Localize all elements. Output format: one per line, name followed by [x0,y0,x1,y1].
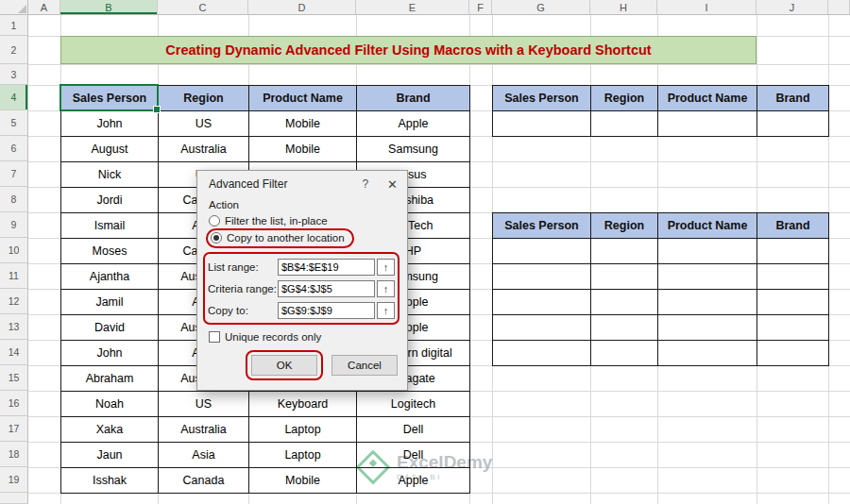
cell[interactable]: Apple [357,111,470,137]
cell[interactable]: Nick [61,162,159,188]
empty-cell[interactable] [757,239,829,264]
row-header-3[interactable]: 3 [0,64,28,85]
cell[interactable]: David [61,315,159,341]
empty-cell[interactable] [493,264,591,290]
header-cell[interactable]: Sales Person [493,213,591,239]
empty-cell[interactable] [493,111,591,137]
close-icon[interactable]: ✕ [387,177,398,192]
row-header-2[interactable]: 2 [0,36,28,64]
cell[interactable]: John [61,111,159,137]
cell[interactable]: John [61,341,159,366]
cell[interactable]: Mobile [249,137,357,162]
empty-cell[interactable] [493,341,591,366]
list-range-input[interactable] [278,259,375,276]
empty-cell[interactable] [591,239,658,264]
select-all-corner[interactable] [0,0,28,15]
cell[interactable]: Keyboard [249,392,357,417]
cell[interactable]: Asia [159,443,249,468]
cell[interactable]: Dell [357,417,470,443]
cell[interactable]: Australia [159,417,249,443]
empty-cell[interactable] [493,239,591,264]
row-header-8[interactable]: 8 [0,187,28,212]
cell[interactable]: Abraham [61,366,159,392]
column-header-C[interactable]: C [158,0,248,15]
row-header-19[interactable]: 19 [0,467,28,493]
row-header-7[interactable]: 7 [0,161,28,187]
dialog-titlebar[interactable]: Advanced Filter ? ✕ [197,171,407,197]
cell[interactable]: Canada [159,468,249,494]
cancel-button[interactable]: Cancel [332,355,398,376]
empty-cell[interactable] [591,111,658,137]
column-header-E[interactable]: E [356,0,469,15]
row-header-16[interactable]: 16 [0,391,28,416]
cell[interactable]: Jaun [61,443,159,468]
cell[interactable]: Australia [159,137,249,162]
range-picker-icon[interactable]: ↑ [377,280,395,297]
header-cell[interactable]: Region [591,213,658,239]
row-header-4[interactable]: 4 [0,85,28,110]
row-header-17[interactable]: 17 [0,416,28,442]
column-header-A[interactable]: A [28,0,60,15]
empty-cell[interactable] [757,341,829,366]
range-picker-icon[interactable]: ↑ [377,259,395,276]
ok-button[interactable]: OK [251,355,317,376]
row-header-14[interactable]: 14 [0,340,28,365]
cell[interactable]: Laptop [249,417,357,443]
row-header-11[interactable]: 11 [0,263,28,289]
empty-cell[interactable] [658,239,757,264]
cell[interactable]: Laptop [249,443,357,468]
cell[interactable]: Ismail [61,213,159,239]
header-cell[interactable]: Brand [357,86,470,111]
row-header-5[interactable]: 5 [0,110,28,136]
row-header-10[interactable]: 10 [0,238,28,263]
help-icon[interactable]: ? [362,177,368,191]
empty-cell[interactable] [591,315,658,341]
empty-cell[interactable] [757,111,829,137]
active-cell-selection[interactable] [60,84,159,111]
row-header-15[interactable]: 15 [0,365,28,391]
cell[interactable]: Moses [61,239,159,264]
empty-cell[interactable] [493,290,591,315]
range-picker-icon[interactable]: ↑ [377,302,395,319]
header-cell[interactable]: Sales Person [493,86,591,111]
empty-cell[interactable] [591,290,658,315]
column-header-B[interactable]: B [60,0,158,15]
cell[interactable]: US [159,111,249,137]
header-cell[interactable]: Product Name [658,213,757,239]
cell[interactable]: Samsung [357,137,470,162]
cell[interactable]: Mobile [249,468,357,494]
row-header-6[interactable]: 6 [0,136,28,161]
header-cell[interactable]: Brand [757,213,829,239]
cell[interactable]: Ajantha [61,264,159,290]
empty-cell[interactable] [757,315,829,341]
header-cell[interactable]: Brand [757,86,829,111]
radio-filter-in-place[interactable]: Filter the list, in-place [209,213,398,228]
cell[interactable]: Logitech [357,392,470,417]
radio-copy-to-another[interactable]: Copy to another location [211,230,345,245]
cell[interactable]: US [159,392,249,417]
column-header-J[interactable]: J [756,0,828,15]
header-cell[interactable]: Region [159,86,249,111]
row-header-13[interactable]: 13 [0,314,28,340]
cell[interactable]: Mobile [249,111,357,137]
empty-cell[interactable] [658,264,757,290]
row-header-12[interactable]: 12 [0,289,28,314]
cell[interactable]: Isshak [61,468,159,494]
empty-cell[interactable] [757,264,829,290]
empty-cell[interactable] [591,341,658,366]
cell[interactable]: Jordi [61,188,159,213]
column-header-H[interactable]: H [590,0,657,15]
empty-cell[interactable] [757,290,829,315]
column-header-I[interactable]: I [657,0,756,15]
empty-cell[interactable] [591,264,658,290]
column-header-G[interactable]: G [492,0,590,15]
cell[interactable]: Jamil [61,290,159,315]
cell[interactable]: Dell [357,443,470,468]
column-header-F[interactable]: F [469,0,492,15]
cell[interactable]: Noah [61,392,159,417]
header-cell[interactable]: Product Name [658,86,757,111]
row-header-1[interactable]: 1 [0,15,28,36]
header-cell[interactable]: Region [591,86,658,111]
cell[interactable]: Apple [357,468,470,494]
empty-cell[interactable] [493,315,591,341]
